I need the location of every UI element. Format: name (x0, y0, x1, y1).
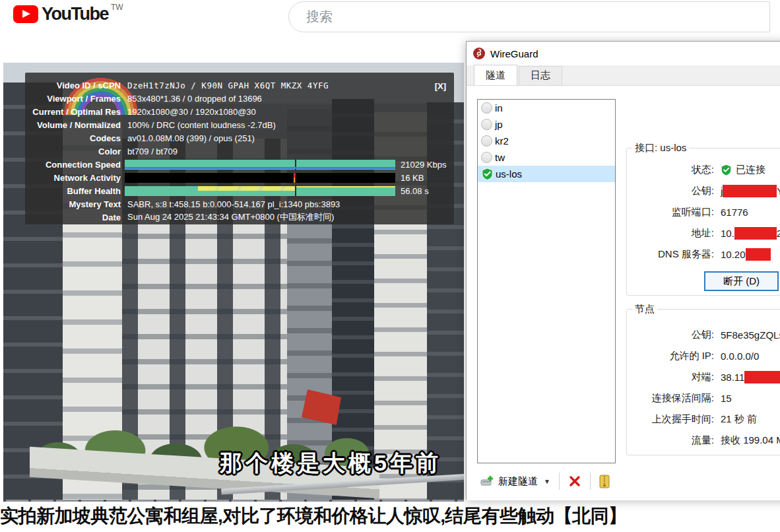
add-tunnel-icon (480, 475, 494, 488)
tab-bar: 隧道 日志 (467, 65, 780, 85)
toolbar-divider (559, 473, 560, 490)
youtube-logo[interactable]: YouTube TW (13, 5, 123, 23)
keepalive-row: 连接保活间隔: 15 (627, 387, 780, 409)
wireguard-titlebar[interactable]: WireGuard (467, 42, 780, 65)
export-tunnels-button[interactable] (595, 472, 614, 491)
listen-port-row: 监听端口: 61776 (627, 201, 780, 222)
stats-row: Date Sun Aug 24 2025 21:43:34 GMT+0800 (… (25, 211, 454, 224)
stats-for-nerds-overlay: [X] Video ID / sCPN DzeH1t7zNJo / K90N G… (25, 73, 454, 224)
stats-row: Color bt709 / bt709 (25, 145, 454, 158)
chevron-down-icon: ▼ (544, 478, 550, 485)
public-key-row: 公钥: j Y (627, 180, 780, 201)
disconnect-button[interactable]: 断开 (D) (704, 271, 779, 291)
stats-bar-row: Connection Speed 21029 Kbps (25, 158, 454, 171)
peer-public-key-row: 公钥: 5F8e35gZQLs (627, 324, 780, 345)
tunnel-item[interactable]: kr2 (478, 133, 615, 149)
toolbar-divider (590, 473, 591, 490)
stats-row: Codecs av01.0.08M.08 (399) / opus (251) (25, 131, 454, 145)
connected-shield-icon (721, 164, 732, 176)
wireguard-window: WireGuard 隧道 日志 in jp kr2 (466, 41, 780, 500)
stats-row: Volume / Normalized 100% / DRC (content … (25, 118, 454, 131)
address-row: 地址: 10. 2 (627, 222, 780, 244)
peer-groupbox-title: 节点 (632, 303, 657, 316)
network-activity-bar (125, 173, 395, 183)
tab-log[interactable]: 日志 (519, 66, 562, 85)
stats-close-button[interactable]: [X] (435, 81, 446, 91)
status-row: 状态: 已连接 (627, 159, 780, 180)
tunnel-item[interactable]: in (478, 100, 615, 116)
delete-x-icon (568, 475, 581, 488)
stats-row: Current / Optimal Res 1920x1080@30 / 192… (25, 105, 454, 118)
tab-tunnels[interactable]: 隧道 (474, 65, 517, 85)
tunnels-tab-page: in jp kr2 tw (467, 85, 780, 500)
wireguard-logo-icon (472, 47, 486, 60)
tunnel-list[interactable]: in jp kr2 tw (477, 99, 616, 463)
search-input[interactable] (306, 9, 723, 24)
redaction-box (746, 248, 771, 261)
youtube-play-icon (13, 5, 38, 23)
video-subtitle: 那个楼是大概5年前 (220, 448, 441, 479)
redaction-box (723, 185, 777, 197)
tunnel-connected-icon (481, 168, 494, 180)
stats-row: Video ID / sCPN DzeH1t7zNJo / K90N GPAH … (25, 79, 454, 92)
zip-file-icon (599, 475, 610, 488)
screen: YouTube TW [X] Video ID / sCPN DzeH1t7zN… (0, 0, 780, 532)
redaction-box (744, 371, 780, 383)
stats-bar-row: Network Activity 16 KB (25, 171, 454, 184)
tunnel-idle-icon (481, 135, 492, 147)
search-box[interactable] (288, 1, 770, 32)
youtube-region-label: TW (111, 3, 123, 12)
allowed-ips-row: 允许的 IP: 0.0.0.0/0 (627, 345, 780, 366)
endpoint-row: 对端: 38.11 (627, 366, 780, 387)
add-tunnel-button[interactable]: 新建隧道 ▼ (476, 472, 554, 490)
video-player[interactable]: [X] Video ID / sCPN DzeH1t7zNJo / K90N G… (3, 63, 464, 502)
dns-row: DNS 服务器: 10.20 (627, 244, 780, 265)
stats-row: Viewport / Frames 853x480*1.36 / 0 dropp… (25, 92, 454, 105)
handshake-row: 上次握手时间: 21 秒 前 (627, 409, 780, 430)
transfer-row: 流量: 接收 199.04 M (627, 430, 780, 451)
video-title[interactable]: 实拍新加坡典范公寓和组屋,对比了环境和价格让人惊叹,结尾有些触动【北同】 (0, 504, 780, 529)
connection-speed-bar (125, 160, 395, 170)
youtube-wordmark: YouTube (42, 5, 108, 23)
video-scene-foreground (3, 500, 464, 502)
stats-row: Mystery Text SABR, s:8 t:458.15 b:0.000-… (25, 197, 454, 211)
peer-groupbox: 节点 公钥: 5F8e35gZQLs 允许的 IP: 0.0.0.0/0 对端:… (626, 309, 780, 455)
window-title: WireGuard (490, 48, 538, 59)
status-value: 已连接 (736, 164, 765, 176)
stats-bar-row: Buffer Health 56.08 s (25, 184, 454, 197)
buffer-health-bar (125, 186, 395, 196)
tunnel-toolbar: 新建隧道 ▼ (476, 470, 614, 492)
delete-tunnel-button[interactable] (564, 472, 585, 490)
tunnel-idle-icon (481, 102, 492, 114)
interface-groupbox-title: 接口: us-los (632, 142, 689, 154)
tunnel-item[interactable]: tw (478, 149, 615, 166)
tunnel-item[interactable]: jp (478, 116, 615, 133)
tunnel-item-selected[interactable]: us-los (478, 166, 615, 182)
interface-groupbox: 接口: us-los 状态: 已连接 公钥: (626, 148, 780, 296)
redaction-box (734, 227, 777, 240)
tunnel-idle-icon (481, 152, 492, 163)
tunnel-idle-icon (481, 119, 492, 130)
